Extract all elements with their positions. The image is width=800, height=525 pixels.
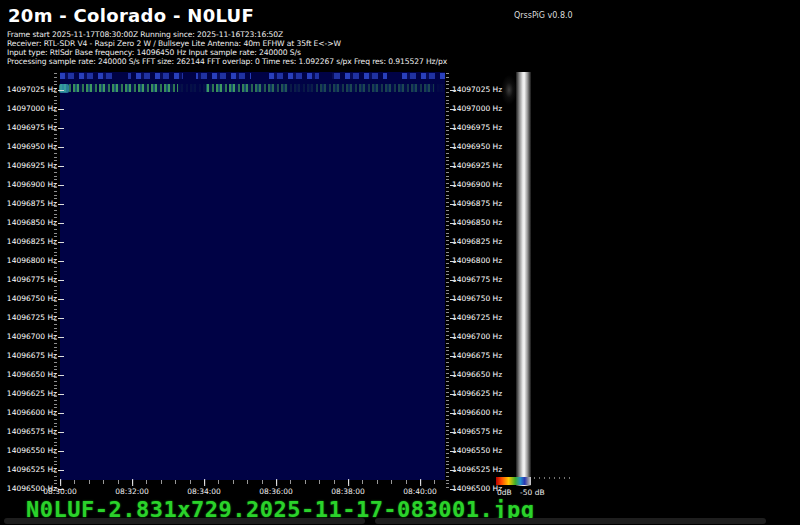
freq-label: 14096575 Hz [450,427,520,437]
time-label: 08:30:00 [43,487,77,496]
freq-label: 14097000 Hz [0,104,57,114]
freq-label: 14096775 Hz [450,275,520,285]
freq-label: 14096975 Hz [450,123,520,133]
freq-label: 14096575 Hz [0,427,57,437]
freq-label: 14096900 Hz [0,180,57,190]
info-line-receiver: Receiver: RTL-SDR V4 - Raspi Zero 2 W / … [7,39,341,48]
level-bar-glow [501,75,517,105]
signal-trace-start-blob [59,84,69,93]
freq-label: 14096950 Hz [450,142,520,152]
freq-label: 14096550 Hz [450,446,520,456]
freq-label: 14096600 Hz [0,408,57,418]
waterfall-spectrogram [60,72,445,480]
freq-label: 14096625 Hz [0,389,57,399]
freq-label: 14096800 Hz [0,256,57,266]
freq-label: 14096825 Hz [0,237,57,247]
scrollbar-segment-left[interactable] [4,518,365,524]
time-label: 08:40:00 [403,487,437,496]
info-line-processing: Processing sample rate: 240000 S/s FFT s… [7,57,447,66]
freq-label: 14096850 Hz [450,218,520,228]
scrollbar-segment-right[interactable] [375,518,766,524]
freq-label: 14096600 Hz [450,408,520,418]
freq-label: 14096550 Hz [0,446,57,456]
freq-label: 14096700 Hz [450,332,520,342]
freq-label: 14096775 Hz [0,275,57,285]
freq-label: 14096850 Hz [0,218,57,228]
freq-label: 14096725 Hz [0,313,57,323]
freq-label: 14096975 Hz [0,123,57,133]
freq-label: 14096800 Hz [450,256,520,266]
freq-label: 14096725 Hz [450,313,520,323]
db-colormap-bar [496,477,531,485]
db-minus50-label: -50 dB [520,488,545,497]
freq-label: 14096925 Hz [0,161,57,171]
freq-label: 14097000 Hz [450,104,520,114]
signal-trace-blue-row [60,73,445,79]
freq-label: 14096650 Hz [450,370,520,380]
freq-minor-ticks-right [446,73,449,491]
time-label: 08:36:00 [259,487,293,496]
time-label: 08:32:00 [115,487,149,496]
freq-label: 14096875 Hz [0,199,57,209]
signal-level-bar [516,72,531,486]
time-label: 08:34:00 [187,487,221,496]
freq-label: 14096950 Hz [0,142,57,152]
info-line-input: Input type: RtlSdr Base frequency: 14096… [7,48,301,57]
freq-label: 14096750 Hz [0,294,57,304]
freq-label: 14096825 Hz [450,237,520,247]
freq-label: 14096900 Hz [450,180,520,190]
db-zero-label: 0dB [497,488,512,497]
info-line-frame-start: Frame start 2025-11-17T08:30:00Z Running… [7,30,283,39]
signal-trace-green-row [60,84,445,92]
freq-label: 14096525 Hz [450,465,520,475]
qrsspig-grabber-screen: 20m - Colorado - N0LUF QrssPiG v0.8.0 Fr… [0,0,800,525]
freq-label: 14096925 Hz [450,161,520,171]
freq-label: 14096650 Hz [0,370,57,380]
time-label: 08:38:00 [331,487,365,496]
freq-label: 14097025 Hz [0,85,57,95]
freq-label: 14096675 Hz [450,351,520,361]
freq-label: 14096625 Hz [450,389,520,399]
freq-label: 14096700 Hz [0,332,57,342]
freq-label: 14096875 Hz [450,199,520,209]
db-scale-ticks [534,477,574,479]
freq-label: 14096675 Hz [0,351,57,361]
time-axis-ticks [60,480,446,484]
app-version-label: QrssPiG v0.8.0 [514,11,573,20]
freq-label: 14096750 Hz [450,294,520,304]
freq-label: 14096525 Hz [0,465,57,475]
page-title: 20m - Colorado - N0LUF [8,5,254,26]
